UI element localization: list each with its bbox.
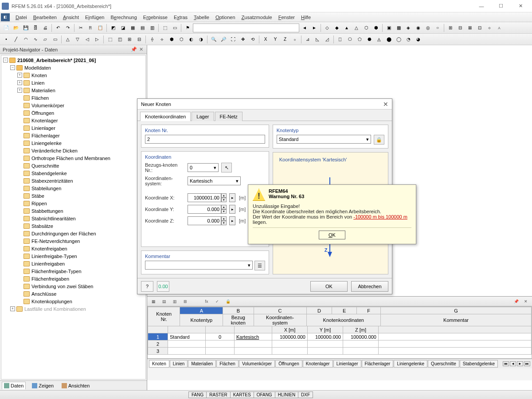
paste-icon[interactable]: 📋 — [96, 23, 105, 32]
expand-icon[interactable]: − — [3, 58, 8, 63]
dlg-tab-fenetz[interactable]: FE-Netz — [215, 112, 243, 121]
tree-item[interactable]: Linienfreigaben — [2, 260, 145, 267]
table-tab[interactable]: Knotenlager — [303, 360, 333, 368]
tree-item[interactable]: Öffnungen — [2, 109, 145, 117]
view-y-icon[interactable]: Y — [271, 35, 280, 44]
tb-x[interactable]: ⟐ — [485, 23, 494, 32]
tree-modelldaten[interactable]: Modelldaten — [24, 65, 51, 70]
tree-item[interactable]: Stabteilungen — [2, 184, 145, 192]
tb-m[interactable]: ⬢ — [372, 23, 380, 32]
tree-item[interactable]: Stabexzentrizitäten — [2, 177, 145, 184]
navtab-daten[interactable]: Daten — [2, 382, 26, 389]
tbl-btn-5[interactable]: fx — [202, 297, 211, 305]
col-letter-c[interactable]: C — [254, 307, 306, 314]
t2-y[interactable]: ⎔ — [345, 35, 354, 44]
tb-g[interactable]: ▭ — [170, 23, 179, 32]
spin-up-icon[interactable]: ▴ — [221, 193, 227, 198]
table-tab[interactable]: Linien — [170, 360, 188, 368]
view-iso-icon[interactable]: ⬦ — [290, 35, 299, 44]
tree-item[interactable]: Durchdringungen der Flächen — [2, 230, 145, 237]
loadcase-combo[interactable] — [193, 23, 299, 32]
t2-k[interactable]: ⬚ — [106, 35, 114, 44]
col-koord-group[interactable]: Knotenkoordinaten — [306, 314, 380, 326]
tab-last-icon[interactable]: ⏭ — [524, 361, 530, 366]
data-grid[interactable]: KnotenNr. A B C D E F G Knotentyp Bezugk… — [148, 307, 532, 326]
step-icon[interactable]: ▸ — [229, 205, 235, 214]
tab-prev-icon[interactable]: ◄ — [510, 361, 516, 366]
tb-p[interactable]: ◈ — [404, 23, 413, 32]
tb-o[interactable]: ▩ — [394, 23, 403, 32]
table-row[interactable]: 2 — [148, 340, 532, 348]
navigator-tree[interactable]: −210608_Arbeitsbereich* [2021_06] −Model… — [1, 55, 146, 379]
menu-berechnung[interactable]: Berechnung — [107, 13, 140, 21]
t2-m[interactable]: ⊞ — [125, 35, 134, 44]
tb-f[interactable]: ⬚ — [160, 23, 169, 32]
lock-icon[interactable]: 🔒 — [374, 135, 384, 145]
status-toggle[interactable]: DXF — [298, 391, 313, 398]
spin-down-icon[interactable]: ▾ — [221, 198, 227, 202]
expand-icon[interactable]: + — [17, 80, 22, 85]
copy-icon[interactable]: ⎘ — [86, 23, 95, 32]
spin-down-icon[interactable]: ▾ — [221, 221, 227, 225]
t2-f[interactable]: ▭ — [51, 35, 59, 44]
tbl-btn-2[interactable]: ▤ — [160, 297, 168, 305]
expand-icon[interactable]: + — [17, 73, 22, 78]
open-icon[interactable]: 📂 — [12, 23, 20, 32]
zoom-fit-icon[interactable]: ⛶ — [229, 35, 238, 44]
col-x[interactable]: X [m] — [272, 326, 308, 333]
tb-i[interactable]: ◆ — [332, 23, 341, 32]
dialog-ok-button[interactable]: OK — [310, 281, 348, 292]
minimize-button[interactable]: — — [472, 0, 491, 12]
tree-item[interactable]: Querschnitte — [2, 162, 145, 169]
spin-up-icon[interactable]: ▴ — [221, 205, 227, 209]
t2-aa[interactable]: ⬣ — [365, 35, 374, 44]
t2-s[interactable]: ◐ — [187, 35, 196, 44]
col-knoten-nr[interactable]: KnotenNr. — [148, 307, 180, 326]
tb-a[interactable]: ◩ — [109, 23, 117, 32]
tb-t[interactable]: ⊞ — [446, 23, 455, 32]
spin-up-icon[interactable]: ▴ — [221, 216, 227, 221]
col-letter-f[interactable]: F — [357, 307, 381, 314]
tb-k[interactable]: △ — [352, 23, 361, 32]
tree-item[interactable]: Stabendgelenke — [2, 169, 145, 177]
tree-item[interactable]: Knotenlager — [2, 117, 145, 124]
menu-zusatzmodule[interactable]: Zusatzmodule — [239, 13, 275, 21]
col-z[interactable]: Z [m] — [343, 326, 379, 333]
t2-ad[interactable]: ◯ — [394, 35, 403, 44]
t2-v[interactable]: ◺ — [313, 35, 322, 44]
tb-s[interactable]: ○ — [433, 23, 442, 32]
tb-v[interactable]: ⊠ — [466, 23, 474, 32]
table-tab[interactable]: Liniengelenke — [394, 360, 427, 368]
tree-item[interactable]: Verbindung von zwei Stäben — [2, 282, 145, 290]
t2-b[interactable]: ╱ — [12, 35, 20, 44]
tb-w[interactable]: ⊡ — [475, 23, 484, 32]
t2-i[interactable]: ◁ — [83, 35, 92, 44]
table-tab[interactable]: Stabendgelenke — [460, 360, 498, 368]
col-bezug[interactable]: Bezugknoten — [223, 314, 254, 326]
expand-icon[interactable]: − — [10, 65, 15, 70]
table-tab[interactable]: Flächenlager — [362, 360, 394, 368]
tb-c[interactable]: ▦ — [128, 23, 137, 32]
view-z-icon[interactable]: Z — [281, 35, 289, 44]
new-icon[interactable]: 📄 — [2, 23, 11, 32]
t2-ab[interactable]: ◬ — [375, 35, 383, 44]
table-tab[interactable]: Knoten — [149, 360, 169, 368]
tree-root[interactable]: 210608_Arbeitsbereich* [2021_06] — [17, 58, 96, 63]
close-button[interactable]: ✕ — [511, 0, 530, 12]
dialog-close-icon[interactable]: ✕ — [383, 101, 388, 108]
tree-item[interactable]: +Knoten — [2, 71, 145, 79]
tbl-btn-7[interactable]: 🔒 — [223, 297, 232, 305]
menu-tabelle[interactable]: Tabelle — [191, 13, 212, 21]
col-letter-b[interactable]: B — [223, 307, 254, 314]
t2-ae[interactable]: ◔ — [404, 35, 413, 44]
tb-n[interactable]: ▣ — [384, 23, 393, 32]
spin-down-icon[interactable]: ▾ — [221, 209, 227, 214]
knoten-nr-input[interactable] — [145, 135, 265, 144]
tree-item[interactable]: FE-Netzverdichtungen — [2, 237, 145, 245]
tb-u[interactable]: ⊟ — [456, 23, 465, 32]
tb-r[interactable]: ◎ — [423, 23, 432, 32]
dialog-cancel-button[interactable]: Abbrechen — [351, 281, 388, 292]
t2-g[interactable]: △ — [63, 35, 72, 44]
tree-item[interactable]: Stäbe — [2, 192, 145, 200]
menu-ansicht[interactable]: Ansicht — [60, 13, 82, 21]
